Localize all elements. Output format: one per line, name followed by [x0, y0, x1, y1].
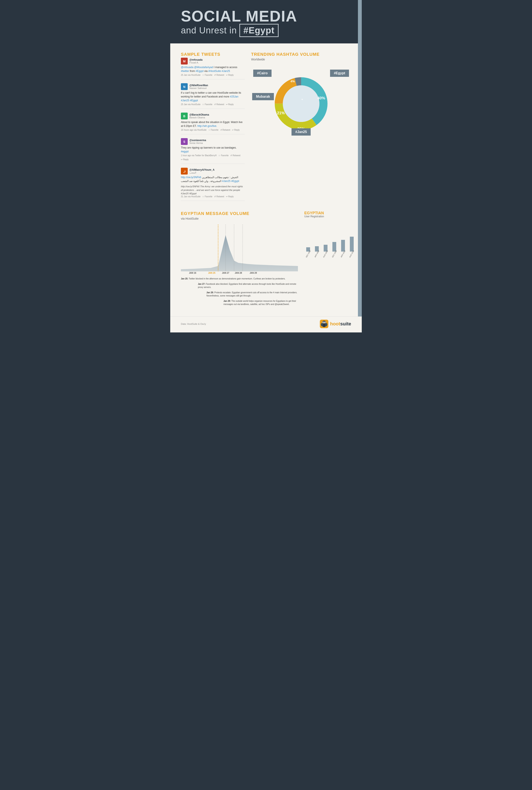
- svg-text:S: S: [183, 140, 185, 144]
- bar-dec2008: DEC 2008: [304, 247, 312, 255]
- annotation-jan27: Jan 27: Facebook also blocked. Egyptians…: [198, 282, 298, 289]
- label-mubarak: Mubarak: [252, 93, 274, 100]
- avatar-obama: B: [181, 113, 188, 119]
- tweet-username-obama[interactable]: @BarackObama: [189, 113, 209, 116]
- tweet-name-almasry: الشعب: [189, 171, 214, 174]
- right-accent-bar: [358, 43, 362, 317]
- donut-chart-svg: 40% 35% 21% 4%: [269, 72, 333, 135]
- tweet-name-obama: Barack Obama: [189, 116, 209, 119]
- annotation-jan29: Jan 29: The outside world helps organize…: [224, 299, 298, 306]
- hootsuite-logo: hootsuite: [320, 320, 351, 328]
- tweet-meta-almasry: 31 Jan via HootSuite ☆ Favorite ↺ Retwee…: [181, 195, 245, 198]
- svg-text:4%: 4%: [290, 80, 295, 83]
- vertical-accent-bar: [358, 0, 362, 43]
- registration-bar-chart: DEC 2008 APR 2009 AUG 2009 DEC 2009 APR …: [304, 221, 351, 255]
- avatar-soniaverma: S: [181, 138, 188, 145]
- tweet-name-mfouada: Fouad A.: [189, 61, 203, 64]
- tweet-text-almasry: http://ow.ly/3NFk6 الجيش : نتفهم مطالب ا…: [181, 175, 245, 183]
- hashtag-box: #Egypt: [240, 24, 279, 37]
- tweet-quote-almasry: http://ow.ly/3NFk6 The Army: we understa…: [181, 185, 245, 195]
- two-column-layout: SAMPLE TWEETS M @mfouada Fouad A. @mfoua…: [181, 52, 351, 205]
- svg-point-31: [323, 322, 324, 323]
- bar-aug2009: AUG 2009: [322, 245, 329, 255]
- bar-aug2010: AUG 2010: [348, 237, 356, 255]
- subtitle: and Unrest in #Egypt: [181, 24, 351, 37]
- tweet-text-mfouada: @mfouada @MoustafaAyad I managed to acce…: [181, 65, 245, 73]
- tweet-barackobama: B @BarackObama Barack Obama About to spe…: [181, 113, 245, 134]
- svg-point-21: [302, 99, 303, 100]
- bar-apr2010: APR 2010: [339, 240, 347, 255]
- svg-text:N: N: [183, 85, 185, 89]
- x-label-jan25: JAN 25: [204, 272, 219, 274]
- tweet-almasry: ال @AlMasryAlYoum_A الشعب http://ow.ly/3…: [181, 168, 245, 201]
- user-registration-section: EGYPTIAN User Registration DEC 2008 APR …: [304, 211, 351, 308]
- tweet-text-sonia: They are ripping up banners to use as ba…: [181, 146, 245, 153]
- hootsuite-text: hootsuite: [330, 321, 351, 327]
- donut-chart-wrapper: #Cairo #Egypt Mubarak #Jan25: [251, 65, 351, 142]
- bar-dec2009: DEC 2009: [330, 242, 338, 255]
- bar-apr2009: APR 2009: [313, 246, 321, 255]
- chart-annotations: Jan 25: Twitter blocked in the afternoon…: [181, 277, 298, 306]
- tweet-username-almasry[interactable]: @AlMasryAlYoum_A: [189, 168, 214, 171]
- svg-point-16: [283, 85, 319, 122]
- sample-tweets-title: SAMPLE TWEETS: [181, 52, 245, 57]
- main-title: SOCIAL MEDIA: [181, 8, 351, 24]
- lower-section: EGYPTIAN MESSAGE VOLUME via HootSuite: [181, 211, 351, 308]
- svg-text:B: B: [183, 114, 185, 118]
- msg-chart-svg: [181, 225, 298, 271]
- tweet-name-nile: Nasser Salmouri: [189, 87, 208, 89]
- data-source: Data: HootSuite & Ow.ly: [181, 323, 206, 325]
- tweet-meta-sonia: 1 hour ago via Twitter for BlackBerry® ☆…: [181, 154, 245, 161]
- annotation-jan28: Jan 28: Protests escalate. Egyptian gove…: [206, 291, 298, 297]
- footer: Data: HootSuite & Ow.ly hootsuite: [170, 317, 362, 333]
- tweet-username-nile[interactable]: @NileRiverMan: [189, 84, 208, 87]
- message-volume-chart: [181, 225, 298, 271]
- avatar-mfouada: M: [181, 58, 188, 64]
- tweet-meta-obama: 16 hours ago via HootSuite ☆ Favorite ↺ …: [181, 129, 245, 131]
- tweet-username-sonia[interactable]: @soniaverma: [189, 139, 206, 142]
- label-jan25: #Jan25: [291, 128, 311, 135]
- x-label-jan27: JAN 27: [219, 272, 232, 274]
- reg-subtitle: User Registration: [304, 215, 351, 218]
- x-label-jan29: JAN 29: [245, 272, 262, 274]
- hashtag-chart-column: TRENDING HASHTAG VOLUME Worldwide #Cairo…: [251, 52, 351, 205]
- svg-text:40%: 40%: [318, 96, 325, 100]
- svg-text:21%: 21%: [277, 111, 285, 115]
- tweet-meta-nile: 25 Jan via HootSuite ☆ Favorite ↺ Retwee…: [181, 103, 245, 106]
- hashtag-title: TRENDING HASHTAG VOLUME: [251, 52, 351, 57]
- content-area: SAMPLE TWEETS M @mfouada Fouad A. @mfoua…: [170, 43, 362, 317]
- tweet-soniaverma: S @soniaverma Sonia Verma They are rippi…: [181, 138, 245, 164]
- svg-text:ال: ال: [183, 170, 186, 173]
- message-volume-section: EGYPTIAN MESSAGE VOLUME via HootSuite: [181, 211, 298, 308]
- tweet-username-mfouada[interactable]: @mfouada: [189, 58, 203, 61]
- header: SOCIAL MEDIA and Unrest in #Egypt: [170, 0, 362, 43]
- x-axis-labels: JAN 16 JAN 25 JAN 27 JAN 28 JAN 29: [181, 272, 298, 274]
- avatar-nileriverman: N: [181, 83, 188, 90]
- tweet-meta-mfouada: 25 Jan via HootSuite ☆ Favorite ↺ Retwee…: [181, 74, 245, 76]
- hashtag-subtitle: Worldwide: [251, 58, 351, 61]
- tweet-nileriverman: N @NileRiverMan Nasser Salmouri if u can…: [181, 83, 245, 109]
- hootsuite-owl-icon: [320, 320, 328, 328]
- label-cairo: #Cairo: [253, 70, 271, 77]
- sample-tweets-column: SAMPLE TWEETS M @mfouada Fouad A. @mfoua…: [181, 52, 245, 205]
- x-label-jan28: JAN 28: [232, 272, 245, 274]
- tweet-text-nile: if u can't log to twitter u can use Hoot…: [181, 91, 245, 102]
- tweet-mfouada: M @mfouada Fouad A. @mfouada @MoustafaAy…: [181, 58, 245, 79]
- avatar-almasry: ال: [181, 168, 188, 174]
- svg-point-32: [324, 322, 325, 323]
- annotation-jan25: Jan 25: Twitter blocked in the afternoon…: [181, 277, 298, 280]
- label-egypt: #Egypt: [330, 70, 349, 77]
- msg-volume-title: EGYPTIAN MESSAGE VOLUME: [181, 211, 298, 216]
- x-label-jan16: JAN 16: [181, 272, 204, 274]
- tweet-text-obama: About to speak about the situation in Eg…: [181, 120, 245, 128]
- msg-volume-subtitle: via HootSuite: [181, 217, 298, 220]
- tweet-name-sonia: Sonia Verma: [189, 142, 206, 144]
- svg-text:M: M: [183, 60, 186, 63]
- reg-title: EGYPTIAN: [304, 211, 351, 215]
